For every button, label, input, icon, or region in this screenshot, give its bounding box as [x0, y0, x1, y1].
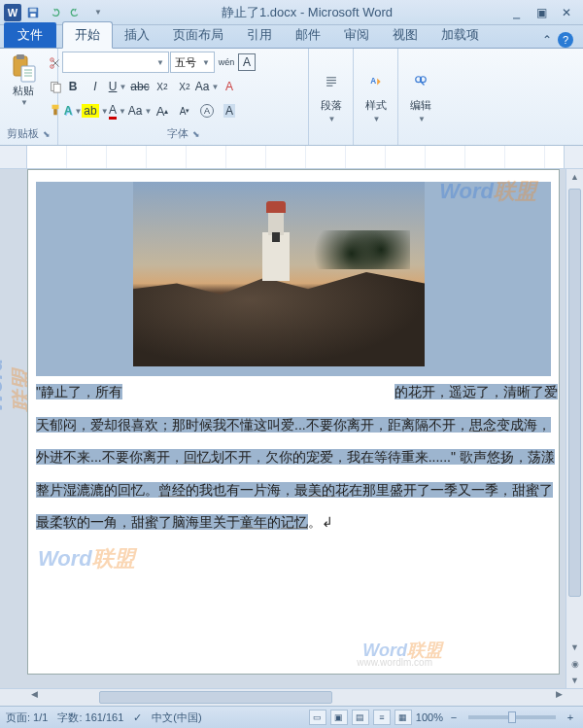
horizontal-ruler[interactable]: [27, 146, 564, 168]
fullscreen-view-icon[interactable]: ▣: [330, 710, 348, 725]
clipboard-group-label: 剪贴板⬊: [4, 124, 53, 143]
char-scaling-button[interactable]: A: [219, 100, 240, 121]
find-icon[interactable]: [406, 67, 435, 96]
clear-format-button[interactable]: A: [219, 76, 240, 97]
dialog-launcher-icon[interactable]: ⬊: [192, 129, 200, 139]
styles-icon[interactable]: A: [361, 67, 391, 96]
scroll-down-icon[interactable]: ▼: [566, 640, 583, 655]
group-font: ▼ 五号▼ wén A B I U▼ abc X2 X2 Aa▼ A A▼ ab…: [58, 49, 309, 145]
draft-view-icon[interactable]: ▦: [394, 710, 412, 725]
zoom-out-icon[interactable]: −: [447, 711, 461, 723]
scroll-up-icon[interactable]: ▲: [566, 169, 583, 185]
status-words[interactable]: 字数: 161/161: [57, 711, 123, 725]
enclose-char-button[interactable]: A: [196, 100, 218, 121]
tab-layout[interactable]: 页面布局: [161, 22, 235, 48]
zoom-handle[interactable]: [508, 711, 516, 723]
ribbon: 粘贴 ▼ 剪贴板⬊ ▼ 五号▼ wén A B I U▼: [0, 49, 583, 146]
highlight-button[interactable]: ab▼: [85, 100, 106, 121]
char-border-icon[interactable]: A: [238, 53, 256, 71]
save-icon[interactable]: [23, 3, 43, 22]
underline-button[interactable]: U▼: [107, 76, 128, 97]
web-layout-view-icon[interactable]: ▤: [352, 710, 369, 725]
help-icon[interactable]: ?: [558, 32, 573, 48]
paragraph-label: 段落: [321, 98, 342, 113]
font-size-select[interactable]: 五号▼: [170, 52, 215, 73]
vertical-ruler[interactable]: Word联盟: [0, 169, 27, 688]
redo-icon[interactable]: [66, 3, 86, 22]
dialog-launcher-icon[interactable]: ⬊: [43, 129, 51, 139]
ruler-toggle-icon[interactable]: [564, 146, 583, 168]
change-case-button[interactable]: Aa▼: [196, 76, 218, 97]
tab-review[interactable]: 审阅: [332, 22, 381, 48]
ribbon-help-area: ⌃ ?: [542, 32, 583, 48]
chevron-down-icon: ▼: [373, 115, 381, 123]
quick-access-toolbar: W ▼: [0, 3, 107, 22]
chevron-down-icon: ▼: [20, 98, 28, 107]
tab-home[interactable]: 开始: [62, 21, 113, 49]
tab-insert[interactable]: 插入: [113, 22, 161, 48]
scroll-right-icon[interactable]: ▶: [552, 689, 566, 706]
document-viewport: Word联盟 "静止了，所有的花开，遥远了，清晰了爱 天郁闷，爱却很喜欢；那时候…: [0, 169, 583, 688]
status-zoom-value[interactable]: 100%: [416, 711, 443, 723]
svg-text:A: A: [370, 77, 376, 86]
status-page[interactable]: 页面: 1/1: [6, 711, 48, 725]
document-scroll-area[interactable]: "静止了，所有的花开，遥远了，清晰了爱 天郁闷，爱却很喜欢；那时候我不懂这叫爱.…: [27, 169, 566, 688]
minimize-icon[interactable]: ⎯: [507, 6, 525, 19]
bold-button[interactable]: B: [62, 76, 84, 97]
restore-icon[interactable]: ▣: [532, 6, 550, 19]
shrink-font-button[interactable]: A▾: [174, 100, 195, 121]
tab-mail[interactable]: 邮件: [284, 22, 332, 48]
undo-icon[interactable]: [45, 3, 64, 22]
group-editing: 编辑 ▼: [398, 49, 443, 145]
char-shading-button[interactable]: Aa▼: [129, 100, 151, 121]
zoom-in-icon[interactable]: +: [564, 711, 577, 723]
tab-file[interactable]: 文件: [4, 22, 56, 48]
paste-icon: [8, 52, 39, 84]
text-effects-button[interactable]: A▼: [62, 100, 84, 121]
outline-view-icon[interactable]: ≡: [373, 710, 391, 725]
scroll-thumb[interactable]: [568, 189, 581, 597]
document-image[interactable]: [133, 182, 425, 366]
zoom-slider[interactable]: [468, 715, 556, 719]
font-name-select[interactable]: ▼: [62, 52, 169, 73]
document-page[interactable]: "静止了，所有的花开，遥远了，清晰了爱 天郁闷，爱却很喜欢；那时候我不懂这叫爱.…: [27, 169, 560, 675]
qat-dropdown-icon[interactable]: ▼: [87, 3, 107, 22]
scroll-left-icon[interactable]: ◀: [27, 689, 41, 706]
group-styles: A 样式 ▼: [354, 49, 398, 145]
tab-view[interactable]: 视图: [381, 22, 429, 48]
italic-button[interactable]: I: [85, 76, 106, 97]
document-body-text[interactable]: "静止了，所有的花开，遥远了，清晰了爱 天郁闷，爱却很喜欢；那时候我不懂这叫爱.…: [36, 376, 551, 539]
ruler-area: [0, 146, 583, 169]
svg-rect-2: [30, 13, 35, 17]
svg-rect-1: [30, 8, 37, 12]
editing-label: 编辑: [410, 98, 431, 113]
print-layout-view-icon[interactable]: ▭: [309, 710, 326, 725]
status-bar: 页面: 1/1 字数: 161/161 ✓ 中文(中国) ▭ ▣ ▤ ≡ ▦ 1…: [0, 706, 583, 728]
hscroll-thumb[interactable]: [99, 691, 332, 704]
paste-button[interactable]: 粘贴 ▼: [4, 51, 43, 109]
styles-label: 样式: [365, 98, 387, 113]
tab-addins[interactable]: 加载项: [429, 22, 491, 48]
subscript-button[interactable]: X2: [152, 76, 173, 97]
status-proofing-icon[interactable]: ✓: [133, 711, 142, 724]
tab-references[interactable]: 引用: [235, 22, 284, 48]
horizontal-scrollbar[interactable]: ◀ ▶: [0, 688, 583, 706]
prev-page-icon[interactable]: ◉: [566, 656, 583, 672]
paste-label: 粘贴: [13, 84, 34, 98]
vertical-scrollbar[interactable]: ▲ ▼ ◉ ▼: [566, 169, 583, 688]
word-app-icon[interactable]: W: [4, 4, 21, 21]
close-icon[interactable]: ✕: [558, 6, 575, 19]
paragraph-icon[interactable]: [317, 67, 346, 96]
font-group-label: 字体⬊: [62, 124, 304, 143]
superscript-button[interactable]: X2: [174, 76, 195, 97]
status-language[interactable]: 中文(中国): [152, 711, 201, 725]
font-color-button[interactable]: A▼: [107, 100, 128, 121]
svg-rect-5: [21, 66, 35, 82]
next-page-icon[interactable]: ▼: [566, 673, 583, 688]
phonetic-guide-icon[interactable]: wén: [216, 52, 237, 73]
ribbon-tabs: 文件 开始 插入 页面布局 引用 邮件 审阅 视图 加载项 ⌃ ?: [0, 25, 583, 49]
strike-button[interactable]: abc: [129, 76, 151, 97]
minimize-ribbon-icon[interactable]: ⌃: [542, 33, 552, 47]
svg-rect-4: [17, 54, 24, 59]
grow-font-button[interactable]: A▴: [152, 100, 173, 121]
